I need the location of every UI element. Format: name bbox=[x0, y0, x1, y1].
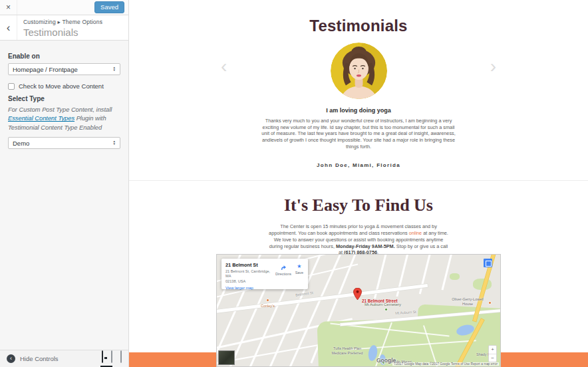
find-us-title: It's Easy To Find Us bbox=[129, 195, 588, 215]
move-above-content-checkbox[interactable] bbox=[8, 83, 15, 90]
find-us-section: It's Easy To Find Us The Center is open … bbox=[129, 181, 588, 256]
panel-title: Testimonials bbox=[23, 27, 102, 38]
testimonial-quote: Thanks very much to you and your wonderf… bbox=[260, 118, 457, 150]
mt-auburn-st-label: Mt Auburn St bbox=[395, 310, 416, 315]
zoom-out-button[interactable]: − bbox=[489, 354, 496, 362]
enable-on-select[interactable]: Homepage / Frontpage ▲ ▼ bbox=[8, 63, 120, 75]
move-above-content-row[interactable]: Check to Move above Content bbox=[8, 82, 120, 90]
save-label: Save bbox=[295, 271, 303, 275]
mobile-preview-icon[interactable] bbox=[120, 351, 122, 363]
directions-icon bbox=[280, 264, 287, 271]
stepper-down-icon: ▼ bbox=[113, 69, 116, 72]
saved-button[interactable]: Saved bbox=[94, 1, 124, 13]
map-road bbox=[442, 254, 453, 290]
customizer-topbar: × Saved bbox=[0, 0, 128, 15]
panel-header: ‹ Customizing ▸ Theme Options Testimonia… bbox=[0, 15, 128, 41]
site-preview: Testimonials ‹ › bbox=[129, 0, 588, 367]
move-above-content-label: Check to Move above Content bbox=[19, 82, 104, 90]
back-chevron-icon[interactable]: ‹ bbox=[0, 15, 17, 40]
map-attribution[interactable]: ©2017 Google Map data ©2017 Google Terms… bbox=[392, 362, 499, 366]
breadcrumb: Customizing ▸ Theme Options bbox=[23, 19, 102, 25]
controls-panel: Enable on Homepage / Frontpage ▲ ▼ Check… bbox=[0, 41, 128, 156]
marker-label: 21 Belmont Street bbox=[362, 299, 398, 303]
device-preview-switcher bbox=[102, 350, 122, 367]
save-star-icon: ★ bbox=[297, 264, 301, 269]
zoom-in-button[interactable]: + bbox=[489, 346, 496, 354]
essential-content-types-link[interactable]: Essential Content Types bbox=[8, 115, 74, 122]
conleys-poi-icon[interactable] bbox=[266, 299, 269, 302]
wordpress-customizer: × Saved ‹ Customizing ▸ Theme Options Te… bbox=[0, 0, 588, 367]
desktop-preview-icon[interactable] bbox=[102, 351, 103, 363]
find-us-text: The Center is open 15 minutes prior to y… bbox=[268, 223, 449, 256]
address-line: 21 Belmont St, Cambridge, MA bbox=[225, 269, 270, 278]
tablet-preview-icon[interactable] bbox=[111, 351, 112, 363]
select-type-label: Select Type bbox=[8, 95, 120, 102]
online-link[interactable]: online bbox=[409, 230, 422, 236]
street-view-thumbnail[interactable] bbox=[218, 350, 235, 365]
belmont-st-label: Belmont St bbox=[295, 291, 313, 297]
testimonials-section: Testimonials ‹ › bbox=[129, 0, 588, 181]
conleys-label: Conley's bbox=[261, 304, 275, 308]
testimonials-title: Testimonials bbox=[129, 17, 588, 35]
carousel-prev-icon[interactable]: ‹ bbox=[221, 57, 227, 76]
google-map-embed[interactable]: Belmont St Mt Auburn Cemetery Mt Auburn … bbox=[216, 254, 501, 367]
info-card-details: 21 Belmont St 21 Belmont St, Cambridge, … bbox=[225, 262, 273, 287]
stepper-icon: ▲ ▼ bbox=[113, 66, 116, 72]
avatar-illustration bbox=[331, 43, 387, 99]
select-type-description: For Custom Post Type Content, install Es… bbox=[8, 106, 120, 132]
testimonial-heading: I am loving doing yoga bbox=[129, 107, 588, 114]
hide-controls-label[interactable]: Hide Controls bbox=[20, 355, 59, 362]
park-patch bbox=[450, 273, 460, 280]
testimonial-avatar bbox=[331, 43, 387, 99]
map-road bbox=[419, 254, 432, 294]
stepper-down-icon: ▼ bbox=[113, 143, 116, 146]
cemetery-poi-icon[interactable] bbox=[384, 308, 388, 311]
panel-titles: Customizing ▸ Theme Options Testimonials bbox=[17, 15, 102, 40]
carousel-next-icon[interactable]: › bbox=[490, 57, 496, 76]
enable-on-label: Enable on bbox=[8, 53, 120, 60]
desc-text: For Custom Post Type Content, install bbox=[8, 106, 112, 113]
directions-button[interactable]: Directions bbox=[275, 264, 291, 276]
map-marker-icon[interactable] bbox=[353, 288, 362, 300]
testimonial-attribution: John Doe, Miami, Florida bbox=[129, 162, 588, 168]
customizer-sidebar: × Saved ‹ Customizing ▸ Theme Options Te… bbox=[0, 0, 129, 367]
collapse-sidebar-icon[interactable]: ‹ bbox=[7, 354, 15, 363]
type-select[interactable]: Demo ▲ ▼ bbox=[8, 137, 120, 149]
type-select-value: Demo bbox=[13, 140, 113, 147]
info-card-address: 21 Belmont St, Cambridge, MA02138, USA bbox=[225, 269, 273, 284]
fullscreen-toggle-icon[interactable] bbox=[484, 259, 492, 267]
enable-on-value: Homepage / Frontpage bbox=[13, 66, 113, 73]
info-card-title: 21 Belmont St bbox=[225, 262, 273, 268]
tufts-label: Tufts Health Plan Medicare Preferred bbox=[327, 346, 367, 356]
map-zoom-control: + − bbox=[488, 345, 497, 362]
customizer-footer: ‹ Hide Controls bbox=[0, 350, 128, 367]
view-larger-map-link[interactable]: View larger map bbox=[225, 286, 273, 290]
close-icon[interactable]: × bbox=[0, 0, 17, 15]
oliver-house-poi-icon[interactable] bbox=[488, 301, 492, 305]
save-place-button[interactable]: ★ Save bbox=[295, 264, 303, 275]
directions-label: Directions bbox=[275, 272, 291, 276]
address-line: 02138, USA bbox=[225, 279, 245, 283]
oliver-house-label: Oliver-Gerry-Lowell House bbox=[448, 297, 487, 306]
stepper-icon: ▲ ▼ bbox=[113, 140, 116, 146]
info-card-actions: Directions ★ Save bbox=[273, 262, 305, 287]
business-hours: Monday-Friday 9AM-5PM. bbox=[336, 243, 395, 249]
map-info-card: 21 Belmont St 21 Belmont St, Cambridge, … bbox=[221, 259, 308, 289]
